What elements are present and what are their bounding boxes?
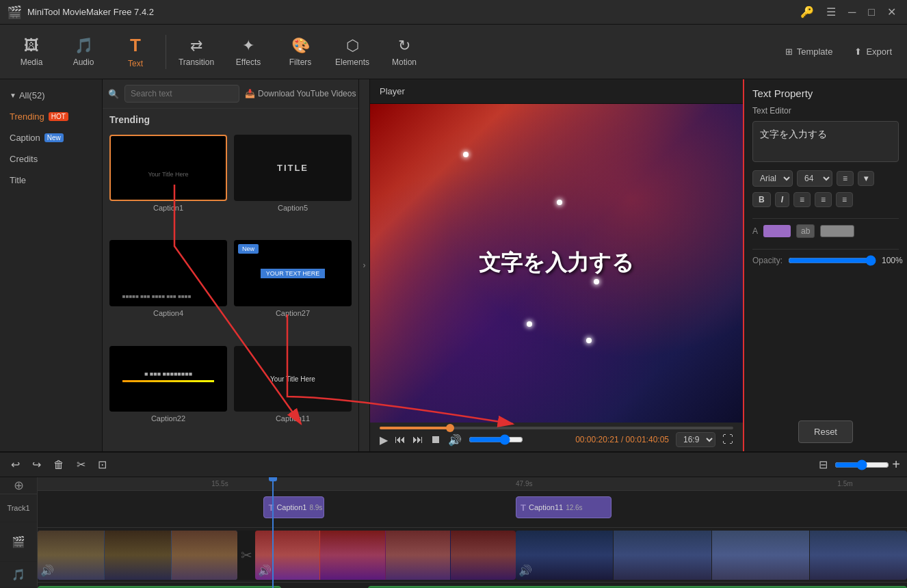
- text-bg-swatch[interactable]: [820, 225, 854, 237]
- menu-button[interactable]: ☰: [822, 4, 840, 20]
- progress-thumb: [446, 424, 454, 432]
- opacity-row: Opacity: 100%: [752, 255, 899, 266]
- media-panel-top: 🔍 📥 Download YouTube Videos: [103, 79, 358, 109]
- align-left-button[interactable]: ≡: [793, 192, 811, 207]
- zoom-slider[interactable]: [834, 459, 889, 470]
- elements-tool[interactable]: ⬡ Elements: [328, 28, 377, 76]
- italic-button[interactable]: I: [775, 192, 789, 207]
- crop-button[interactable]: ⊡: [94, 457, 111, 472]
- volume-button[interactable]: 🔊: [448, 433, 462, 446]
- sidebar-item-trending[interactable]: Trending HOT: [0, 106, 102, 127]
- play-button[interactable]: ▶: [380, 433, 388, 446]
- main-area: ▼ All(52) Trending HOT Caption New Credi…: [0, 79, 907, 451]
- list-item[interactable]: ■■■■■ ■■■ ■■■■ ■■■ ■■■■ Caption4: [109, 240, 227, 338]
- zoom-plus-icon[interactable]: +: [892, 457, 900, 472]
- caption11-thumb[interactable]: Your Title Here: [234, 346, 352, 412]
- download-button[interactable]: 📥 Download YouTube Videos: [245, 89, 356, 98]
- font-size-select[interactable]: 64: [797, 170, 832, 187]
- sidebar-item-title[interactable]: Title: [0, 170, 102, 191]
- player-header: Player: [370, 79, 743, 104]
- text-style-preview: ab: [796, 224, 815, 238]
- font-select[interactable]: Arial: [752, 170, 793, 187]
- sidebar-item-caption[interactable]: Caption New: [0, 127, 102, 148]
- playhead[interactable]: [272, 477, 274, 588]
- stop-button[interactable]: ⏹: [430, 433, 441, 446]
- progress-fill: [380, 427, 450, 429]
- search-input[interactable]: [124, 85, 239, 103]
- filters-tool[interactable]: 🎨 Filters: [276, 28, 325, 76]
- video-clip-3[interactable]: 🔊: [516, 531, 907, 580]
- time-separator: /: [621, 435, 626, 444]
- line-height-button[interactable]: ≡: [837, 171, 854, 186]
- video-clip-2[interactable]: 🔊: [255, 531, 516, 580]
- timeline-labels: ⊕ Track1 🎬 🎵: [0, 477, 38, 588]
- redo-button[interactable]: ↪: [28, 457, 45, 472]
- caption11-clip[interactable]: T Caption11 12.6s: [516, 496, 612, 518]
- align-right-button[interactable]: ≡: [836, 192, 853, 207]
- delete-button[interactable]: 🗑: [49, 457, 68, 472]
- bold-button[interactable]: B: [752, 192, 771, 207]
- effects-icon: ✦: [242, 37, 254, 55]
- timeline-content: 15.5s 47.9s 1.5m T Caption1 8.9s T Capti…: [38, 477, 907, 588]
- volume-slider[interactable]: [469, 434, 523, 445]
- chevron-left-icon: ›: [363, 260, 366, 270]
- maximize-button[interactable]: □: [864, 4, 879, 20]
- divider-2: [752, 249, 899, 250]
- caption1-label: Caption1: [109, 204, 227, 212]
- add-track-button[interactable]: ⊕: [0, 477, 37, 494]
- motion-tool[interactable]: ↻ Motion: [380, 28, 429, 76]
- zoom-out-button[interactable]: ⊟: [815, 457, 832, 472]
- undo-button[interactable]: ↩: [7, 457, 24, 472]
- sidebar-item-credits[interactable]: Credits: [0, 148, 102, 170]
- caption11-clip-label: Caption11: [529, 503, 563, 511]
- align-center-button[interactable]: ≡: [815, 192, 832, 207]
- player-controls: ▶ ⏮ ⏭ ⏹ 🔊 00:00:20:21 / 00:01:40:05 16:9…: [370, 423, 743, 451]
- effects-label: Effects: [236, 57, 261, 67]
- search-icon: 🔍: [108, 89, 119, 99]
- track1-label-text: Track1: [7, 504, 29, 512]
- video-frame-3: [172, 531, 238, 580]
- list-item[interactable]: New YOUR TEXT HERE Caption27: [234, 240, 352, 338]
- reset-button[interactable]: Reset: [798, 420, 853, 443]
- timeline-toolbar: ↩ ↪ 🗑 ✂ ⊡ ⊟ +: [0, 453, 907, 477]
- list-item[interactable]: ■ ■■■ ■■■■■■■■ Caption22: [109, 346, 227, 444]
- list-item[interactable]: TITLE Caption5: [234, 135, 352, 233]
- media-grid: Your Title Here Caption1 TITLE Caption5 …: [103, 128, 358, 451]
- list-item[interactable]: Your Title Here Caption11: [234, 346, 352, 444]
- media-tool[interactable]: 🖼 Media: [7, 28, 56, 76]
- caption5-thumb[interactable]: TITLE: [234, 135, 352, 201]
- panel-collapse-button[interactable]: ›: [359, 79, 370, 451]
- video-clip-1[interactable]: 🔊: [38, 531, 237, 580]
- text-tool[interactable]: T Text: [111, 28, 160, 76]
- sparkle-5: [586, 338, 592, 343]
- caption22-text: ■ ■■■ ■■■■■■■■: [144, 371, 192, 377]
- text-color-swatch[interactable]: [763, 225, 791, 237]
- player-video: 文字を入力する: [370, 104, 743, 423]
- text-editor-box[interactable]: 文字を入力する: [752, 121, 899, 162]
- caption1-thumb[interactable]: Your Title Here: [109, 135, 227, 201]
- transition-label: Transition: [179, 57, 214, 67]
- more-options-button[interactable]: ▾: [858, 171, 874, 186]
- list-item[interactable]: Your Title Here Caption1: [109, 135, 227, 233]
- template-button[interactable]: ⊞ Template: [777, 42, 841, 61]
- close-button[interactable]: ✕: [883, 4, 900, 20]
- transition-tool[interactable]: ⇄ Transition: [172, 28, 221, 76]
- aspect-ratio-select[interactable]: 16:9 9:16 1:1: [676, 432, 715, 447]
- caption27-thumb[interactable]: New YOUR TEXT HERE: [234, 240, 352, 306]
- caption27-bar: YOUR TEXT HERE: [261, 269, 326, 278]
- progress-bar[interactable]: [380, 427, 733, 429]
- effects-tool[interactable]: ✦ Effects: [224, 28, 273, 76]
- text-property-title: Text Property: [752, 88, 899, 99]
- next-button[interactable]: ⏭: [412, 433, 423, 446]
- prev-button[interactable]: ⏮: [395, 433, 406, 446]
- caption22-thumb[interactable]: ■ ■■■ ■■■■■■■■: [109, 346, 227, 412]
- caption-track: T Caption1 8.9s T Caption11 12.6s: [38, 491, 907, 528]
- key-button[interactable]: 🔑: [796, 4, 818, 20]
- caption4-thumb[interactable]: ■■■■■ ■■■ ■■■■ ■■■ ■■■■: [109, 240, 227, 306]
- export-button[interactable]: ⬆ Export: [846, 42, 900, 61]
- cut-button[interactable]: ✂: [73, 457, 90, 472]
- opacity-slider[interactable]: [788, 255, 876, 266]
- fullscreen-button[interactable]: ⛶: [722, 433, 733, 446]
- audio-tool[interactable]: 🎵 Audio: [59, 28, 108, 76]
- minimize-button[interactable]: ─: [844, 4, 860, 20]
